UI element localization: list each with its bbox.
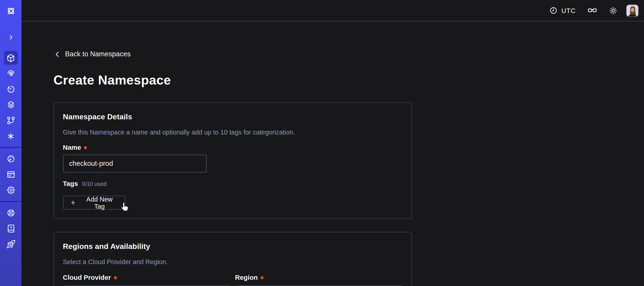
labs-toggle-button[interactable] bbox=[587, 5, 598, 16]
sidebar bbox=[0, 0, 22, 286]
add-new-tag-label: Add New Tag bbox=[80, 196, 118, 210]
sidebar-item-settings[interactable] bbox=[0, 182, 22, 198]
sidebar-nav bbox=[0, 50, 22, 252]
required-dot bbox=[84, 146, 87, 149]
chevron-left-icon bbox=[54, 50, 61, 58]
regions-availability-card: Regions and Availability Select a Cloud … bbox=[54, 232, 412, 286]
sidebar-item-schedules[interactable] bbox=[0, 81, 22, 97]
credit-card-icon bbox=[6, 170, 16, 179]
gear-icon bbox=[6, 185, 16, 195]
timer-icon bbox=[6, 84, 16, 94]
sidebar-divider bbox=[0, 147, 22, 148]
branch-icon bbox=[6, 116, 16, 125]
user-avatar[interactable] bbox=[626, 4, 639, 17]
clock-icon bbox=[550, 6, 558, 15]
sidebar-item-batch[interactable] bbox=[0, 97, 22, 113]
sidebar-item-usage[interactable] bbox=[0, 151, 22, 167]
sidebar-item-deployments[interactable] bbox=[0, 113, 22, 128]
main-content: Back to Namespaces Create Namespace Name… bbox=[22, 21, 644, 286]
select-labels-row: Cloud Provider Region bbox=[63, 274, 402, 281]
back-link-label: Back to Namespaces bbox=[65, 49, 130, 59]
required-dot bbox=[114, 276, 117, 279]
sidebar-divider bbox=[0, 201, 22, 202]
sidebar-item-workflows[interactable] bbox=[0, 66, 22, 81]
timezone-label[interactable]: UTC bbox=[562, 7, 576, 14]
add-new-tag-button[interactable]: Add New Tag bbox=[63, 196, 125, 210]
cube-icon bbox=[6, 53, 16, 63]
sidebar-item-billing[interactable] bbox=[0, 167, 22, 182]
region-label: Region bbox=[235, 274, 402, 281]
sidebar-item-docs[interactable] bbox=[0, 221, 22, 236]
sidebar-item-support[interactable] bbox=[0, 205, 22, 221]
asterisk-icon bbox=[6, 132, 15, 141]
sidebar-expand-button[interactable] bbox=[0, 31, 22, 43]
active-item-highlight bbox=[4, 51, 18, 65]
glasses-icon bbox=[587, 5, 598, 16]
card-title: Regions and Availability bbox=[63, 242, 402, 252]
vortex-icon bbox=[6, 69, 16, 78]
gauge-icon bbox=[6, 154, 16, 164]
avatar-photo bbox=[626, 5, 639, 17]
topbar: UTC bbox=[22, 0, 644, 21]
timezone-button[interactable] bbox=[550, 6, 558, 15]
layers-icon bbox=[6, 100, 16, 109]
tags-header: Tags 0/10 used bbox=[63, 180, 402, 187]
plus-icon bbox=[70, 199, 76, 206]
tags-label: Tags bbox=[63, 180, 78, 187]
book-sparkles-icon bbox=[6, 224, 16, 233]
back-to-namespaces-link[interactable]: Back to Namespaces bbox=[54, 49, 130, 59]
sun-icon bbox=[609, 6, 618, 15]
temporal-logo[interactable] bbox=[0, 0, 22, 21]
card-title: Namespace Details bbox=[63, 112, 402, 122]
cloud-provider-label: Cloud Provider bbox=[63, 274, 230, 281]
card-subtitle: Select a Cloud Provider and Region. bbox=[63, 258, 402, 266]
name-field-label: Name bbox=[63, 144, 402, 151]
tags-usage-counter: 0/10 used bbox=[82, 181, 107, 187]
namespace-details-card: Namespace Details Give this Namespace a … bbox=[54, 102, 412, 219]
chevron-right-icon bbox=[8, 34, 14, 40]
sidebar-item-nexus[interactable] bbox=[0, 128, 22, 144]
page-title: Create Namespace bbox=[54, 72, 644, 88]
required-dot bbox=[261, 276, 264, 279]
lifebuoy-icon bbox=[6, 208, 16, 218]
sidebar-item-getting-started[interactable] bbox=[0, 236, 22, 252]
theme-toggle-button[interactable] bbox=[609, 6, 618, 15]
card-subtitle: Give this Namespace a name and optionall… bbox=[63, 128, 402, 137]
namespace-name-input[interactable] bbox=[63, 155, 206, 173]
rocket-icon bbox=[6, 240, 16, 249]
sidebar-item-namespaces[interactable] bbox=[0, 50, 22, 66]
app-window: UTC Back bbox=[0, 0, 644, 286]
